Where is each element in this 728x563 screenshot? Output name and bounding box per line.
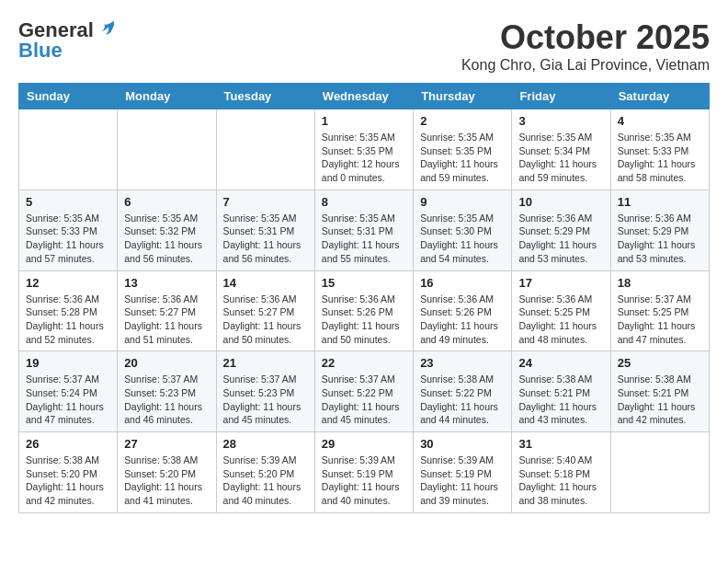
calendar-cell: 23Sunrise: 5:38 AMSunset: 5:22 PMDayligh… (414, 351, 512, 432)
cell-day-number: 7 (223, 195, 308, 209)
cell-day-number: 14 (223, 276, 308, 290)
cell-sun-info: Sunrise: 5:37 AMSunset: 5:23 PMDaylight:… (223, 373, 308, 427)
calendar-cell: 4Sunrise: 5:35 AMSunset: 5:33 PMDaylight… (610, 109, 709, 190)
cell-sun-info: Sunrise: 5:36 AMSunset: 5:29 PMDaylight:… (518, 212, 603, 266)
weekday-header-monday: Monday (118, 84, 216, 109)
cell-sun-info: Sunrise: 5:35 AMSunset: 5:35 PMDaylight:… (420, 131, 505, 185)
calendar-cell: 28Sunrise: 5:39 AMSunset: 5:20 PMDayligh… (216, 432, 314, 513)
cell-sun-info: Sunrise: 5:39 AMSunset: 5:20 PMDaylight:… (223, 454, 308, 508)
calendar-cell: 24Sunrise: 5:38 AMSunset: 5:21 PMDayligh… (512, 351, 610, 432)
cell-day-number: 18 (618, 276, 702, 290)
cell-sun-info: Sunrise: 5:35 AMSunset: 5:31 PMDaylight:… (322, 212, 406, 266)
cell-sun-info: Sunrise: 5:36 AMSunset: 5:26 PMDaylight:… (322, 293, 406, 347)
weekday-header-wednesday: Wednesday (314, 84, 413, 109)
cell-sun-info: Sunrise: 5:35 AMSunset: 5:35 PMDaylight:… (322, 131, 406, 185)
cell-day-number: 15 (322, 276, 406, 290)
cell-sun-info: Sunrise: 5:38 AMSunset: 5:20 PMDaylight:… (26, 454, 110, 508)
cell-sun-info: Sunrise: 5:38 AMSunset: 5:21 PMDaylight:… (518, 373, 603, 427)
cell-sun-info: Sunrise: 5:35 AMSunset: 5:33 PMDaylight:… (618, 131, 702, 185)
logo-bird-icon (96, 18, 116, 39)
calendar-cell: 6Sunrise: 5:35 AMSunset: 5:32 PMDaylight… (118, 190, 216, 270)
calendar-cell: 14Sunrise: 5:36 AMSunset: 5:27 PMDayligh… (216, 270, 314, 351)
cell-day-number: 30 (420, 437, 505, 451)
calendar-cell: 26Sunrise: 5:38 AMSunset: 5:20 PMDayligh… (19, 432, 118, 513)
calendar-cell: 3Sunrise: 5:35 AMSunset: 5:34 PMDaylight… (512, 109, 610, 190)
calendar-cell: 11Sunrise: 5:36 AMSunset: 5:29 PMDayligh… (610, 190, 709, 270)
calendar-cell: 20Sunrise: 5:37 AMSunset: 5:23 PMDayligh… (118, 351, 216, 432)
calendar-cell: 7Sunrise: 5:35 AMSunset: 5:31 PMDaylight… (216, 190, 314, 270)
cell-sun-info: Sunrise: 5:37 AMSunset: 5:25 PMDaylight:… (618, 293, 702, 347)
cell-day-number: 10 (518, 195, 603, 209)
cell-day-number: 3 (518, 114, 603, 128)
cell-day-number: 4 (618, 114, 702, 128)
calendar-cell: 15Sunrise: 5:36 AMSunset: 5:26 PMDayligh… (314, 270, 413, 351)
cell-day-number: 2 (420, 114, 505, 128)
cell-sun-info: Sunrise: 5:35 AMSunset: 5:31 PMDaylight:… (223, 212, 308, 266)
calendar-cell: 19Sunrise: 5:37 AMSunset: 5:24 PMDayligh… (19, 351, 118, 432)
calendar-cell: 21Sunrise: 5:37 AMSunset: 5:23 PMDayligh… (216, 351, 314, 432)
calendar-cell: 16Sunrise: 5:36 AMSunset: 5:26 PMDayligh… (414, 270, 512, 351)
logo-blue-text: Blue (18, 39, 63, 63)
cell-sun-info: Sunrise: 5:35 AMSunset: 5:30 PMDaylight:… (420, 212, 505, 266)
cell-sun-info: Sunrise: 5:36 AMSunset: 5:29 PMDaylight:… (618, 212, 702, 266)
calendar-cell: 13Sunrise: 5:36 AMSunset: 5:27 PMDayligh… (118, 270, 216, 351)
calendar-cell: 9Sunrise: 5:35 AMSunset: 5:30 PMDaylight… (414, 190, 512, 270)
cell-day-number: 20 (124, 356, 209, 370)
calendar-cell: 5Sunrise: 5:35 AMSunset: 5:33 PMDaylight… (19, 190, 118, 270)
cell-sun-info: Sunrise: 5:37 AMSunset: 5:22 PMDaylight:… (322, 373, 406, 427)
calendar-cell: 29Sunrise: 5:39 AMSunset: 5:19 PMDayligh… (314, 432, 413, 513)
cell-sun-info: Sunrise: 5:36 AMSunset: 5:27 PMDaylight:… (124, 293, 209, 347)
calendar-cell: 12Sunrise: 5:36 AMSunset: 5:28 PMDayligh… (19, 270, 118, 351)
calendar-week-row: 26Sunrise: 5:38 AMSunset: 5:20 PMDayligh… (19, 432, 710, 513)
cell-sun-info: Sunrise: 5:38 AMSunset: 5:21 PMDaylight:… (618, 373, 702, 427)
cell-day-number: 13 (124, 276, 209, 290)
cell-day-number: 12 (26, 276, 110, 290)
calendar-cell: 31Sunrise: 5:40 AMSunset: 5:18 PMDayligh… (512, 432, 610, 513)
month-title: October 2025 (461, 18, 710, 57)
cell-day-number: 23 (420, 356, 505, 370)
cell-day-number: 27 (124, 437, 209, 451)
weekday-header-friday: Friday (512, 84, 610, 109)
calendar-cell: 22Sunrise: 5:37 AMSunset: 5:22 PMDayligh… (314, 351, 413, 432)
cell-day-number: 1 (322, 114, 406, 128)
calendar-table: SundayMondayTuesdayWednesdayThursdayFrid… (18, 83, 710, 513)
cell-sun-info: Sunrise: 5:35 AMSunset: 5:34 PMDaylight:… (518, 131, 603, 185)
cell-sun-info: Sunrise: 5:39 AMSunset: 5:19 PMDaylight:… (322, 454, 406, 508)
cell-day-number: 8 (322, 195, 406, 209)
cell-day-number: 21 (223, 356, 308, 370)
calendar-cell: 8Sunrise: 5:35 AMSunset: 5:31 PMDaylight… (314, 190, 413, 270)
location-text: Kong Chro, Gia Lai Province, Vietnam (461, 57, 710, 74)
cell-sun-info: Sunrise: 5:36 AMSunset: 5:28 PMDaylight:… (26, 293, 110, 347)
weekday-header-tuesday: Tuesday (216, 84, 314, 109)
cell-sun-info: Sunrise: 5:36 AMSunset: 5:27 PMDaylight:… (223, 293, 308, 347)
cell-day-number: 16 (420, 276, 505, 290)
cell-sun-info: Sunrise: 5:38 AMSunset: 5:22 PMDaylight:… (420, 373, 505, 427)
cell-day-number: 9 (420, 195, 505, 209)
cell-day-number: 31 (518, 437, 603, 451)
calendar-cell: 25Sunrise: 5:38 AMSunset: 5:21 PMDayligh… (610, 351, 709, 432)
cell-day-number: 17 (518, 276, 603, 290)
cell-sun-info: Sunrise: 5:36 AMSunset: 5:26 PMDaylight:… (420, 293, 505, 347)
calendar-cell (118, 109, 216, 190)
cell-day-number: 26 (26, 437, 110, 451)
cell-day-number: 11 (618, 195, 702, 209)
calendar-cell (216, 109, 314, 190)
calendar-cell (610, 432, 709, 513)
cell-sun-info: Sunrise: 5:36 AMSunset: 5:25 PMDaylight:… (518, 293, 603, 347)
logo: General Blue (18, 18, 116, 63)
calendar-cell: 1Sunrise: 5:35 AMSunset: 5:35 PMDaylight… (314, 109, 413, 190)
cell-sun-info: Sunrise: 5:35 AMSunset: 5:33 PMDaylight:… (26, 212, 110, 266)
weekday-header-sunday: Sunday (19, 84, 118, 109)
calendar-week-row: 19Sunrise: 5:37 AMSunset: 5:24 PMDayligh… (19, 351, 710, 432)
cell-sun-info: Sunrise: 5:38 AMSunset: 5:20 PMDaylight:… (124, 454, 209, 508)
calendar-week-row: 5Sunrise: 5:35 AMSunset: 5:33 PMDaylight… (19, 190, 710, 270)
cell-day-number: 24 (518, 356, 603, 370)
cell-sun-info: Sunrise: 5:37 AMSunset: 5:23 PMDaylight:… (124, 373, 209, 427)
weekday-header-row: SundayMondayTuesdayWednesdayThursdayFrid… (19, 84, 710, 109)
calendar-cell: 17Sunrise: 5:36 AMSunset: 5:25 PMDayligh… (512, 270, 610, 351)
calendar-cell: 18Sunrise: 5:37 AMSunset: 5:25 PMDayligh… (610, 270, 709, 351)
cell-day-number: 5 (26, 195, 110, 209)
cell-day-number: 29 (322, 437, 406, 451)
weekday-header-saturday: Saturday (610, 84, 709, 109)
cell-sun-info: Sunrise: 5:39 AMSunset: 5:19 PMDaylight:… (420, 454, 505, 508)
